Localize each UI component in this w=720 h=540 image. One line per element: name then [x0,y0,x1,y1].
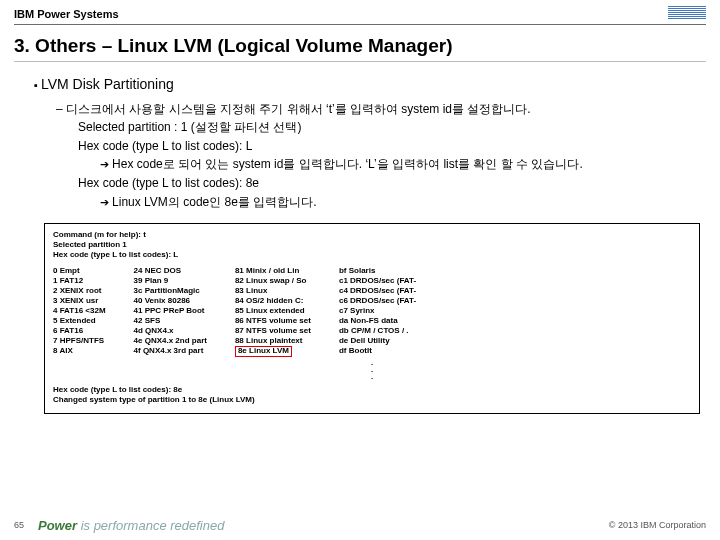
slide-footer: 65 Power is performance redefined © 2013… [0,510,720,540]
terminal-cell: 4e QNX4.x 2nd part [134,336,207,346]
slide-content: LVM Disk Partitioning 디스크에서 사용할 시스템을 지정해… [0,62,720,211]
terminal-cell: 85 Linux extended [235,306,311,316]
terminal-cell: df BootIt [339,346,416,356]
body-line: Selected partition : 1 (설정할 파티션 선택) [56,118,692,137]
copyright: © 2013 IBM Corporation [609,520,706,530]
terminal-cell: 1 FAT12 [53,276,106,286]
terminal-cell: 5 Extended [53,316,106,326]
arrow-line: Linux LVM의 code인 8e를 입력합니다. [56,193,692,212]
body-line: Hex code (type L to list codes): 8e [56,174,692,193]
arrow-line: Hex code로 되어 있는 system id를 입력합니다. ‘L’을 입… [56,155,692,174]
terminal-cell: c6 DRDOS/sec (FAT- [339,296,416,306]
terminal-cell: 86 NTFS volume set [235,316,311,326]
terminal-cell: c4 DRDOS/sec (FAT- [339,286,416,296]
section-heading: LVM Disk Partitioning [34,74,692,96]
ibm-logo [668,6,706,20]
terminal-cell: 4f QNX4.x 3rd part [134,346,207,356]
slogan-strong: Power [38,518,77,533]
terminal-column: 24 NEC DOS39 Plan 93c PartitionMagic40 V… [134,266,207,357]
terminal-cell: 87 NTFS volume set [235,326,311,336]
brand-text: IBM Power Systems [14,8,119,20]
bullet-line: 디스크에서 사용할 시스템을 지정해 주기 위해서 ‘t’를 입력하여 syst… [56,100,692,119]
body-line: Hex code (type L to list codes): L [56,137,692,156]
terminal-line: Hex code (type L to list codes): 8e [53,385,691,395]
terminal-cell: db CP/M / CTOS / . [339,326,416,336]
terminal-cell: 81 Minix / old Lin [235,266,311,276]
terminal-cell: de Dell Utility [339,336,416,346]
terminal-column: 0 Empt1 FAT122 XENIX root3 XENIX usr4 FA… [53,266,106,357]
terminal-cell: 83 Linux [235,286,311,296]
terminal-cell: 6 FAT16 [53,326,106,336]
terminal-cell: 8 AIX [53,346,106,356]
terminal-cell: 24 NEC DOS [134,266,207,276]
terminal-line: Hex code (type L to list codes): L [53,250,691,260]
terminal-cell: c1 DRDOS/sec (FAT- [339,276,416,286]
terminal-cell: c7 Syrinx [339,306,416,316]
page-number: 65 [14,520,38,530]
slide-title: 3. Others – Linux LVM (Logical Volume Ma… [0,25,720,61]
terminal-cell: da Non-FS data [339,316,416,326]
terminal-cell: 8e Linux LVM [235,346,311,357]
terminal-line: Command (m for help): t [53,230,691,240]
terminal-line: Changed system type of partition 1 to 8e… [53,395,691,405]
highlighted-code: 8e Linux LVM [235,346,292,357]
slogan-rest: is performance redefined [77,518,224,533]
terminal-cell: 40 Venix 80286 [134,296,207,306]
terminal-column: bf Solarisc1 DRDOS/sec (FAT-c4 DRDOS/sec… [339,266,416,357]
terminal-cell: 2 XENIX root [53,286,106,296]
terminal-cell: 39 Plan 9 [134,276,207,286]
slide-header: IBM Power Systems [0,0,720,22]
terminal-cell: 41 PPC PReP Boot [134,306,207,316]
terminal-cell: 4d QNX4.x [134,326,207,336]
terminal-cell: 88 Linux plaintext [235,336,311,346]
footer-slogan: Power is performance redefined [38,518,609,533]
terminal-cell: 3 XENIX usr [53,296,106,306]
terminal-cell: 3c PartitionMagic [134,286,207,296]
terminal-cell: 82 Linux swap / So [235,276,311,286]
terminal-cell: 7 HPFS/NTFS [53,336,106,346]
terminal-line: Selected partition 1 [53,240,691,250]
terminal-cell: 84 OS/2 hidden C: [235,296,311,306]
terminal-column: 81 Minix / old Lin82 Linux swap / So83 L… [235,266,311,357]
terminal-cell: 42 SFS [134,316,207,326]
terminal-cell: bf Solaris [339,266,416,276]
terminal-cell: 4 FAT16 <32M [53,306,106,316]
terminal-cell: 0 Empt [53,266,106,276]
terminal-output: Command (m for help): t Selected partiti… [44,223,700,413]
ibm-logo-icon [668,6,706,20]
ellipsis-icon: ... [53,359,691,381]
terminal-columns: 0 Empt1 FAT122 XENIX root3 XENIX usr4 FA… [53,266,691,357]
